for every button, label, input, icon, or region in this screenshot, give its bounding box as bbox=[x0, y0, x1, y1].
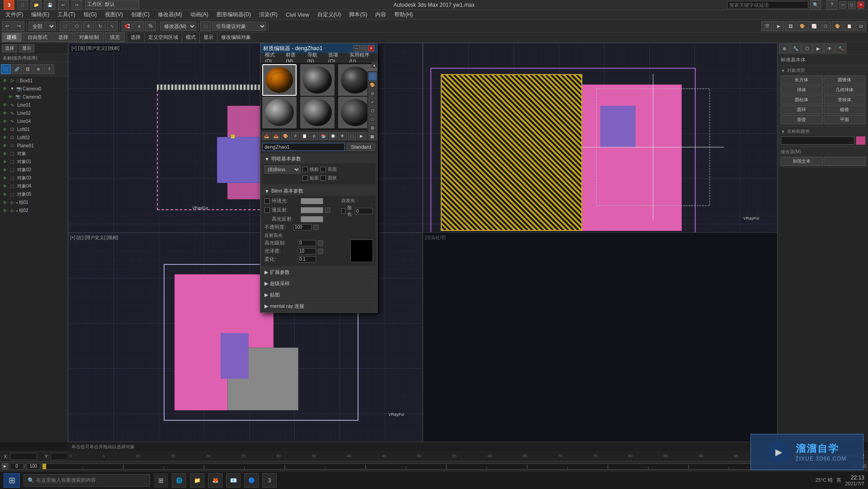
scene-item-obj04[interactable]: 👁 ⬚ 对象04 bbox=[0, 182, 67, 190]
mat-shader-dropdown[interactable]: (B)Blinn bbox=[264, 165, 301, 174]
scene-item-obj[interactable]: 👁 ⬚ 对象 bbox=[0, 150, 67, 158]
mat-type-button[interactable]: Standard bbox=[347, 143, 375, 151]
start-button[interactable]: ⊞ bbox=[4, 473, 20, 488]
attr-placeholder[interactable] bbox=[824, 157, 866, 166]
menu-custom[interactable]: 自定义(U) bbox=[314, 10, 345, 19]
mat-side-btn7[interactable]: ⊞ bbox=[368, 124, 377, 132]
select-tool[interactable]: ⬚ bbox=[1, 64, 11, 74]
taskbar-explorer[interactable]: 📁 bbox=[190, 473, 204, 488]
mat-diffuse-lock[interactable] bbox=[264, 207, 270, 213]
taskbar-app3[interactable]: 🔵 bbox=[244, 473, 259, 488]
tab-select[interactable]: 选择 bbox=[53, 33, 73, 42]
curve-editor-btn[interactable]: 📈 bbox=[808, 21, 819, 31]
mat-side-btn8[interactable]: ▦ bbox=[368, 132, 377, 141]
menu-group[interactable]: 组(G) bbox=[80, 10, 100, 19]
select-dropdown[interactable]: 全部 bbox=[28, 22, 56, 31]
shape-geosphere[interactable]: 几何球体 bbox=[824, 85, 866, 94]
app-icon[interactable]: 3 bbox=[4, 0, 14, 10]
search-input[interactable] bbox=[727, 1, 808, 9]
tab-fill[interactable]: 填充 bbox=[105, 33, 125, 42]
percent-snap-btn[interactable]: % bbox=[145, 21, 156, 31]
mat-maps-header[interactable]: ▶ 贴图 bbox=[262, 290, 376, 300]
timeline-slider[interactable] bbox=[42, 463, 851, 470]
mat-min-btn[interactable]: ─ bbox=[354, 45, 360, 52]
mat-specular-swatch[interactable] bbox=[301, 216, 323, 222]
taskbar-app1[interactable]: 🦊 bbox=[208, 473, 222, 488]
mat-side-btn4[interactable]: ✓ bbox=[368, 98, 377, 106]
minimize-btn[interactable]: ─ bbox=[839, 1, 846, 9]
mat-type2[interactable]: 🔲 bbox=[329, 132, 337, 140]
search-btn[interactable]: 🔍 bbox=[810, 0, 821, 10]
mat-mentalray-header[interactable]: ▶ mental ray 连接 bbox=[262, 301, 376, 311]
mat-basic-header[interactable]: ▼ 明暗基本参数 bbox=[262, 154, 376, 164]
new-btn[interactable]: □ bbox=[17, 0, 28, 10]
motion-tab[interactable]: ▶ bbox=[813, 43, 824, 53]
taskbar-3dsmax[interactable]: 3 bbox=[262, 473, 277, 488]
hierarchy-tool[interactable]: T bbox=[44, 64, 54, 74]
modify-tab[interactable]: 🔧 bbox=[790, 43, 801, 53]
viewport-bottom-right[interactable]: [渲染处理] bbox=[423, 232, 778, 442]
select-obj-btn[interactable]: ⬚ bbox=[60, 21, 71, 31]
mat-double-check[interactable] bbox=[321, 167, 326, 172]
shape-sphere[interactable]: 球体 bbox=[781, 85, 823, 94]
material-editor-btn[interactable]: 🎨 bbox=[797, 21, 807, 31]
utility-tab[interactable]: 🔨 bbox=[835, 43, 846, 53]
render-setup-btn[interactable]: 🎬 bbox=[761, 21, 772, 31]
mat-max-btn[interactable]: □ bbox=[361, 45, 367, 52]
menu-animation[interactable]: 动画(A) bbox=[187, 10, 212, 19]
mat-color-check[interactable] bbox=[341, 208, 345, 214]
mat-side-btn3[interactable]: ⊙ bbox=[368, 89, 377, 98]
mat-gloss-input[interactable]: 10 bbox=[298, 248, 316, 254]
mat-facet-check[interactable] bbox=[321, 175, 326, 181]
mat-opacity-map-btn[interactable] bbox=[313, 225, 319, 230]
mat-side-btn2[interactable]: 🎨 bbox=[368, 81, 377, 89]
maximize-btn[interactable]: □ bbox=[848, 1, 855, 9]
link-tool[interactable]: 🔗 bbox=[12, 64, 22, 74]
redo-btn[interactable]: ↪ bbox=[14, 21, 24, 31]
attr-add-force[interactable]: 加强文本 bbox=[781, 157, 823, 166]
x-input[interactable] bbox=[10, 453, 37, 460]
mat-opacity-input[interactable]: 100 bbox=[293, 224, 311, 230]
shape-cylinder[interactable]: 圆柱体 bbox=[781, 95, 823, 104]
mat-extended-header[interactable]: ▶ 扩展参数 bbox=[262, 268, 376, 277]
mat-sphere-4[interactable] bbox=[262, 97, 297, 128]
mat-side-btn1[interactable]: ⬚ bbox=[368, 72, 377, 80]
mat-diffuse-map-btn[interactable] bbox=[325, 207, 330, 213]
mat-video[interactable]: ▶ bbox=[357, 132, 366, 140]
shape-plane[interactable]: 平面 bbox=[824, 115, 866, 124]
mat-soften-input[interactable]: 0.1 bbox=[298, 256, 316, 263]
mat-sphere-2[interactable] bbox=[300, 64, 335, 96]
mat-assign[interactable]: 🎨 bbox=[281, 132, 290, 140]
mat-reset[interactable]: ↺ bbox=[291, 132, 299, 140]
ref-coord-dropdown[interactable]: 修改器(M) bbox=[160, 22, 196, 31]
display-tab[interactable]: 👁 bbox=[824, 43, 835, 53]
scene-item-group01[interactable]: 👁 ▷ ▪ 组01 bbox=[0, 198, 67, 207]
mat-diffuse-swatch[interactable] bbox=[301, 207, 323, 213]
shape-box[interactable]: 长方体 bbox=[781, 75, 823, 85]
shape-cone[interactable]: 圆锥体 bbox=[824, 75, 866, 85]
menu-content[interactable]: 内容 bbox=[372, 10, 390, 19]
schematic-btn[interactable]: ⬡ bbox=[820, 21, 831, 31]
menu-create[interactable]: 创建(C) bbox=[127, 10, 153, 19]
render-btn[interactable]: ▶ bbox=[773, 21, 784, 31]
mat-supersampling-header[interactable]: ▶ 超级采样 bbox=[262, 279, 376, 288]
end-frame-input[interactable] bbox=[27, 463, 40, 470]
mat-side-btn5[interactable]: ⬡ bbox=[368, 107, 377, 115]
render-sel-dropdown[interactable]: 引导建议对象 bbox=[212, 22, 266, 31]
explorer-btn[interactable]: 🗂 bbox=[855, 21, 866, 31]
mat-ambient-lock[interactable] bbox=[264, 198, 270, 204]
help-btn[interactable]: ? bbox=[826, 0, 837, 10]
unlink-tool[interactable]: ⛓ bbox=[23, 64, 33, 74]
scene-item-plane01[interactable]: 👁 □ Plane01 bbox=[0, 141, 67, 150]
scene-item-loft01[interactable]: 👁 ⬡ Loft01 bbox=[0, 125, 67, 133]
taskbar-ie[interactable]: 🌐 bbox=[172, 473, 186, 488]
outline-display-btn[interactable]: 显示 bbox=[19, 44, 34, 52]
rotate-btn[interactable]: ↻ bbox=[95, 21, 106, 31]
mat-show[interactable]: 👁 bbox=[338, 132, 347, 140]
mat-ambient-swatch[interactable] bbox=[301, 198, 323, 204]
mat-show-bg[interactable]: ⬚ bbox=[348, 132, 356, 140]
menu-view[interactable]: 视图(V) bbox=[101, 10, 127, 19]
shape-torus[interactable]: 圆环 bbox=[781, 105, 823, 114]
mat-speclevel-input[interactable]: 0 bbox=[298, 240, 316, 246]
mat-get-material[interactable]: 📥 bbox=[262, 132, 271, 140]
